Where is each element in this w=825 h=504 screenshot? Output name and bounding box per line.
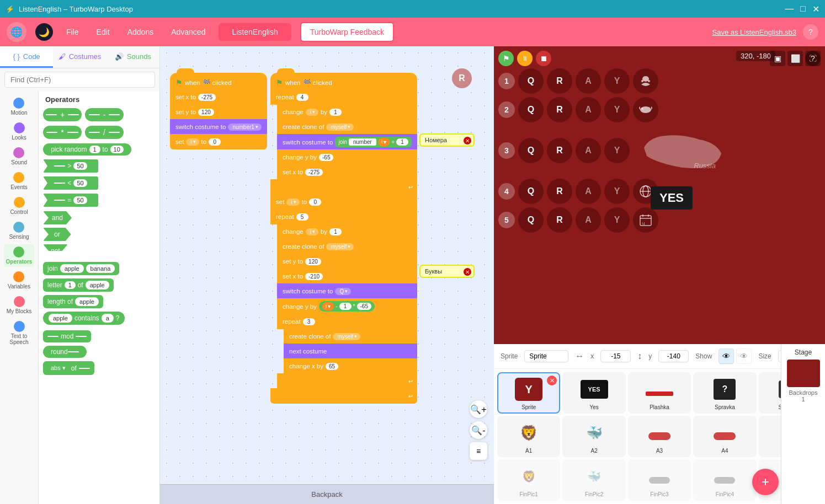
- cell-1-a[interactable]: A: [576, 68, 601, 94]
- add-sprite-button[interactable]: [752, 469, 779, 495]
- stage-question-btn[interactable]: ?: [805, 51, 821, 66]
- tab-code[interactable]: { } Code: [0, 46, 53, 68]
- sprite-thumb-finpic4[interactable]: FinPic4: [693, 459, 756, 501]
- set-i-to-0-right[interactable]: set i to 0: [270, 194, 417, 210]
- block-pick-random[interactable]: pick random 1 to 10: [43, 143, 131, 156]
- cell-4-q[interactable]: Q: [518, 179, 544, 204]
- help-button[interactable]: ?: [803, 24, 818, 40]
- block-join[interactable]: join apple banana: [43, 262, 119, 275]
- sprite-thumb-a4[interactable]: A4: [693, 416, 756, 457]
- stop-btn[interactable]: ⏹: [536, 51, 551, 66]
- sprite-thumb-a1[interactable]: 🦁 A1: [497, 416, 560, 457]
- green-flag-btn[interactable]: ⚑: [498, 51, 514, 66]
- dark-mode-button[interactable]: 🌙: [35, 23, 53, 41]
- search-input[interactable]: [4, 72, 155, 88]
- create-clone-myself-r3[interactable]: create clone of myself: [284, 329, 417, 344]
- tab-costumes[interactable]: 🖌 Costumes: [53, 46, 106, 68]
- block-abs[interactable]: abs ▾ of: [43, 361, 94, 375]
- block-and[interactable]: and: [43, 211, 72, 224]
- sprite-thumb-sprite[interactable]: ✕ Y Sprite: [497, 372, 560, 414]
- category-control[interactable]: Control: [8, 195, 30, 217]
- change-y-by-neg65[interactable]: change y by -65: [277, 149, 417, 165]
- comment-bukvy-close[interactable]: ✕: [464, 268, 471, 276]
- zoom-in-btn[interactable]: 🔍+: [470, 400, 487, 418]
- block-round[interactable]: round: [43, 346, 87, 358]
- cell-2-a[interactable]: A: [576, 97, 601, 122]
- sprite-thumb-a3[interactable]: A3: [628, 416, 691, 457]
- block-mod[interactable]: mod: [43, 330, 91, 342]
- cell-4-r[interactable]: R: [547, 179, 572, 204]
- backpack-bar[interactable]: Backpack: [160, 484, 494, 504]
- block-equal[interactable]: = 50: [43, 194, 98, 207]
- change-y-complex[interactable]: change y by i▾ - 1 * -65: [277, 298, 417, 314]
- sprite-thumb-finpic3[interactable]: FinPic3: [628, 459, 691, 501]
- category-variables[interactable]: Variables: [6, 269, 33, 292]
- category-sensing[interactable]: Sensing: [7, 219, 31, 242]
- menu-advanced[interactable]: Advanced: [167, 25, 210, 39]
- cell-5-q[interactable]: Q: [518, 207, 544, 233]
- switch-costume-q[interactable]: switch costume to Q: [277, 283, 417, 299]
- cell-2-q[interactable]: Q: [518, 97, 544, 122]
- cell-3-r[interactable]: R: [547, 138, 572, 163]
- next-costume[interactable]: next costume: [284, 344, 417, 359]
- category-events[interactable]: Events: [8, 170, 30, 192]
- cell-2-icon[interactable]: [633, 97, 658, 122]
- set-y-to-120-r2[interactable]: set y to 120: [277, 254, 417, 269]
- globe-button[interactable]: 🌐: [7, 22, 26, 42]
- block-subtract[interactable]: -: [85, 108, 124, 121]
- cell-3-y[interactable]: Y: [604, 138, 630, 163]
- block-multiply[interactable]: *: [43, 126, 82, 139]
- y-input[interactable]: [658, 350, 689, 362]
- fit-btn[interactable]: ≡: [470, 442, 487, 460]
- hat-block-left[interactable]: ⚑ when 🏁 clicked: [170, 73, 267, 90]
- block-letter-of[interactable]: letter 1 of apple: [43, 278, 114, 292]
- cell-1-icon[interactable]: [633, 68, 658, 94]
- close-btn[interactable]: ✕: [812, 4, 819, 14]
- cell-3-a[interactable]: A: [576, 138, 601, 163]
- repeat-5-block[interactable]: repeat 5: [270, 209, 417, 224]
- stage-tab[interactable]: Stage Backdrops 1: [781, 344, 825, 504]
- tab-sounds[interactable]: 🔊 Sounds: [107, 46, 159, 68]
- block-less[interactable]: < 50: [43, 176, 98, 190]
- category-operators[interactable]: Operators: [4, 244, 35, 267]
- switch-costume-block[interactable]: switch costume to number1: [170, 119, 267, 135]
- cell-1-r[interactable]: R: [547, 68, 572, 94]
- set-x-to-neg275[interactable]: set x to -275: [277, 164, 417, 180]
- menu-addons[interactable]: Addons: [123, 25, 158, 39]
- stage-area[interactable]: ⚑ ⏸ ⏹ 320, -180 ▣ ⬜ ⛶ ? 1 Q R A Y: [494, 46, 825, 344]
- cell-3-q[interactable]: Q: [518, 138, 544, 163]
- canvas-area[interactable]: ⚑ when 🏁 clicked set x to -275 set y to …: [160, 46, 494, 504]
- category-motion[interactable]: Motion: [8, 95, 29, 118]
- menu-edit[interactable]: Edit: [92, 25, 114, 39]
- sprite-thumb-finpic1[interactable]: 🦁 FinPic1: [497, 459, 560, 501]
- menu-file[interactable]: File: [62, 25, 83, 39]
- small-stage-btn[interactable]: ▣: [770, 51, 785, 66]
- switch-costume-join[interactable]: switch costume to join number i▾ + 1: [277, 134, 417, 150]
- block-divide[interactable]: /: [85, 126, 124, 139]
- pause-btn[interactable]: ⏸: [517, 51, 533, 66]
- cell-5-a[interactable]: A: [576, 207, 601, 233]
- show-visible-btn[interactable]: 👁: [718, 348, 734, 364]
- cell-5-y[interactable]: Y: [604, 207, 630, 233]
- set-i-block-left[interactable]: set i to 0: [170, 134, 267, 149]
- zoom-out-btn[interactable]: 🔍-: [470, 421, 487, 439]
- block-add[interactable]: +: [43, 108, 82, 121]
- cell-5-icon[interactable]: Ч: [633, 207, 658, 233]
- cell-4-a[interactable]: A: [576, 179, 601, 204]
- repeat-4-block[interactable]: repeat 4: [270, 89, 417, 105]
- category-myblocks[interactable]: My Blocks: [4, 294, 34, 317]
- create-clone-myself-r2[interactable]: create clone of myself: [277, 239, 417, 254]
- cell-4-y[interactable]: Y: [604, 179, 630, 204]
- set-x-to-neg210[interactable]: set x to -210: [277, 269, 417, 284]
- cell-2-y[interactable]: Y: [604, 97, 630, 122]
- turbowarp-feedback-button[interactable]: TurboWarp Feedback: [300, 22, 394, 42]
- category-sound[interactable]: Sound: [9, 145, 29, 168]
- cell-5-r[interactable]: R: [547, 207, 572, 233]
- sprite-thumb-a2[interactable]: 🐳 A2: [562, 416, 625, 457]
- sprite-delete-sprite[interactable]: ✕: [547, 376, 557, 385]
- cell-1-y[interactable]: Y: [604, 68, 630, 94]
- show-hidden-btn[interactable]: 👁: [736, 348, 752, 364]
- minimize-btn[interactable]: —: [785, 4, 794, 14]
- change-x-by-65[interactable]: change x by 65: [284, 358, 417, 374]
- maximize-btn[interactable]: □: [800, 4, 806, 14]
